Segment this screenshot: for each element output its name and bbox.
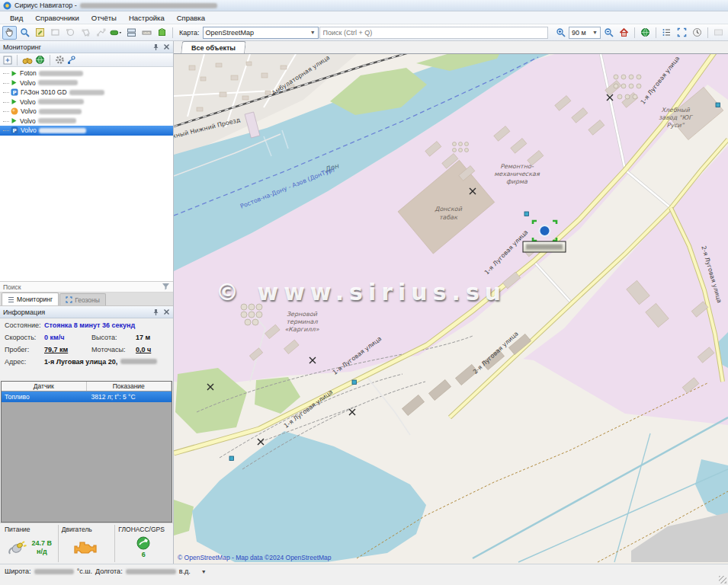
tab-monitoring[interactable]: Мониторинг [2, 292, 59, 305]
vehicle-row[interactable]: Volvo [0, 98, 173, 107]
edit-note-button[interactable] [33, 26, 47, 40]
monitoring-panel-title: Мониторинг [3, 43, 41, 51]
map-tab-all-objects[interactable]: Все объекты [181, 41, 246, 53]
close-icon[interactable] [163, 308, 170, 315]
pan-tool-button[interactable] [2, 26, 17, 40]
globe-button[interactable] [638, 26, 653, 40]
filter-icon[interactable] [162, 283, 170, 290]
idle-icon [11, 107, 18, 115]
toolbar-separator [634, 27, 635, 38]
track-button[interactable] [109, 26, 123, 40]
sensor-row-selected[interactable]: Топливо 3812 л; t°: 5 °C [2, 392, 172, 402]
app-icon [3, 2, 11, 10]
mileage-label: Пробег: [5, 346, 44, 353]
message-button[interactable] [711, 26, 726, 40]
longitude-value-redacted [126, 569, 176, 574]
map-scale-select[interactable]: 90 м ▼ [569, 27, 601, 39]
fullscreen-button[interactable] [675, 26, 689, 40]
info-panel-body: Состояние: Стоянка 8 минут 36 секунд Ско… [0, 318, 173, 381]
gauges-panel: Питание 24.7 В н/д [0, 523, 173, 564]
add-placemark-button[interactable] [48, 26, 63, 40]
vehicle-row[interactable]: Foton [0, 69, 173, 78]
objects-button[interactable] [155, 26, 169, 40]
main-area: Мониторинг Foton [0, 41, 728, 564]
engine-icon [74, 539, 100, 557]
satellite-icon [136, 536, 150, 550]
ruler-button[interactable] [140, 26, 154, 40]
route-icon[interactable] [67, 56, 77, 65]
sensors-header: Датчик Показание [2, 382, 172, 392]
power-label: Питание [5, 526, 55, 533]
gps-count: 6 [142, 551, 146, 558]
left-panel: Мониторинг Foton [0, 41, 174, 564]
vehicle-row[interactable]: Volvo [0, 117, 173, 126]
tree-search-row[interactable]: Поиск [0, 282, 173, 292]
vehicle-name: Volvo [20, 98, 36, 106]
menu-spravka[interactable]: Справка [172, 12, 210, 24]
info-panel-header: Информация [0, 306, 173, 318]
add-polygon-button[interactable] [79, 26, 93, 40]
hours-value[interactable]: 0,0 ч [136, 346, 151, 353]
window-title: Сириус Навигатор - [14, 2, 77, 9]
menu-spravochniki[interactable]: Справочники [30, 12, 85, 24]
list-view-button[interactable] [659, 26, 674, 40]
zoom-tool-button[interactable] [18, 26, 32, 40]
sensor-name: Топливо [2, 393, 85, 401]
pin-icon[interactable] [152, 43, 159, 51]
monitoring-panel-header: Мониторинг [0, 41, 173, 53]
menu-vid[interactable]: Вид [5, 12, 28, 24]
home-button[interactable] [617, 26, 631, 40]
vehicle-name: Volvo [20, 79, 36, 87]
add-circle-button[interactable] [63, 26, 78, 40]
latitude-value-redacted [34, 569, 74, 574]
clock-button[interactable] [690, 26, 704, 40]
gear-icon[interactable] [55, 55, 65, 65]
menu-nastroyka[interactable]: Настройка [123, 12, 170, 24]
power-gauge: Питание 24.7 В н/д [2, 525, 59, 562]
vehicle-row[interactable]: P ГАЗон 3010 GD [0, 88, 173, 98]
binoculars-icon[interactable] [22, 56, 33, 65]
altitude-label: Высота: [91, 334, 136, 341]
watermark: © www.sirius.su [216, 279, 506, 305]
expand-all-icon[interactable] [3, 56, 12, 65]
vehicle-row[interactable]: Volvo [0, 107, 173, 117]
add-polyline-button[interactable] [94, 26, 108, 40]
gps-label: ГЛОНАСС/GPS [118, 526, 168, 533]
chevron-down-icon[interactable]: ▼ [201, 569, 207, 574]
info-panel-title: Информация [3, 308, 45, 316]
power-plug-icon [8, 539, 27, 557]
left-panel-tabs: Мониторинг Геозоны [0, 292, 173, 306]
globe-icon[interactable] [35, 55, 45, 65]
reports-panel-button[interactable] [124, 26, 139, 40]
sensor-col-name: Датчик [2, 382, 87, 391]
resize-grip[interactable] [719, 576, 726, 583]
vehicle-name: Volvo [21, 107, 37, 115]
vehicle-name: ГАЗон 3010 GD [21, 88, 67, 96]
monitoring-toolbar [0, 53, 173, 67]
map-column: Все объекты [174, 41, 728, 564]
mileage-value[interactable]: 79,7 км [44, 346, 91, 353]
vehicle-row[interactable]: Volvo [0, 78, 173, 88]
search-input[interactable] [319, 27, 548, 39]
map-attribution: © OpenStreetMap - Map data ©2024 OpenStr… [178, 554, 332, 561]
sensor-value: 3812 л; t°: 5 °C [85, 393, 172, 401]
close-icon[interactable] [163, 43, 170, 50]
menu-otchety[interactable]: Отчёты [86, 12, 122, 24]
geozone-icon [66, 296, 72, 303]
pin-icon[interactable] [152, 308, 159, 316]
toolbar-separator [656, 27, 656, 38]
moving-icon [11, 70, 18, 77]
sensor-col-value: Показание [87, 382, 172, 391]
chevron-down-icon: ▼ [589, 30, 598, 35]
vehicle-name: Foton [20, 69, 37, 77]
vehicle-row-selected[interactable]: P Volvo [0, 126, 173, 136]
window-title-redacted [80, 3, 217, 8]
power-voltage: 24.7 В [32, 539, 53, 547]
state-label: Состояние: [5, 321, 44, 329]
tab-geozones[interactable]: Геозоны [59, 293, 106, 305]
map-canvas[interactable]: Амбулаторная улица жный Нижний Проезд До… [174, 54, 728, 564]
zoom-in-button[interactable] [553, 26, 568, 40]
moving-icon [11, 79, 18, 86]
zoom-out-button[interactable] [601, 26, 616, 40]
map-provider-select[interactable]: OpenStreetMap ▼ [203, 27, 319, 39]
